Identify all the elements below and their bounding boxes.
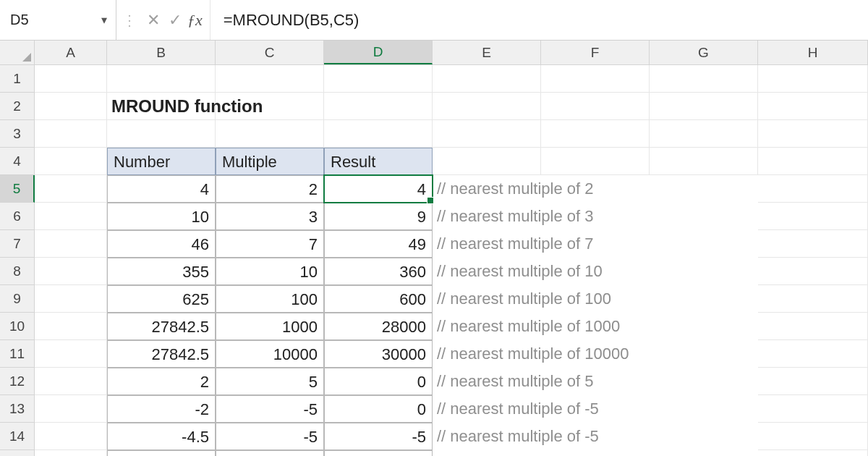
table-cell-multiple[interactable]: -5 — [216, 423, 324, 450]
cell[interactable] — [433, 93, 541, 120]
table-cell-result[interactable]: 49 — [324, 230, 433, 258]
comment-cell[interactable]: // nearest multiple of 10 — [433, 258, 541, 285]
row-header[interactable]: 1 — [0, 65, 35, 93]
cell[interactable] — [541, 65, 650, 93]
formula-input[interactable] — [210, 11, 868, 30]
table-cell-result[interactable]: 30000 — [324, 340, 433, 368]
table-cell-multiple[interactable]: 7 — [216, 230, 324, 258]
cell[interactable] — [107, 120, 216, 148]
cell[interactable] — [541, 120, 650, 148]
table-header-number[interactable]: Number — [107, 148, 216, 175]
table-cell-result[interactable]: -10 — [324, 450, 433, 456]
comment-cell[interactable]: // nearest multiple of -5 — [433, 423, 541, 450]
row-header[interactable]: 7 — [0, 230, 35, 258]
name-box[interactable] — [10, 12, 95, 28]
table-cell-multiple[interactable]: 3 — [216, 203, 324, 230]
cell[interactable] — [758, 120, 868, 148]
cell[interactable] — [758, 395, 868, 423]
table-cell-result[interactable]: 0 — [324, 368, 433, 395]
select-all-corner[interactable] — [0, 41, 35, 64]
cell[interactable] — [758, 148, 868, 175]
table-cell-result[interactable]: 28000 — [324, 313, 433, 340]
table-header-multiple[interactable]: Multiple — [216, 148, 324, 175]
cell[interactable] — [216, 93, 324, 120]
cell[interactable] — [758, 340, 868, 368]
table-cell-number[interactable]: 355 — [107, 258, 216, 285]
table-cell-multiple[interactable]: 10000 — [216, 340, 324, 368]
table-cell-number[interactable]: 46 — [107, 230, 216, 258]
table-cell-number[interactable]: 4 — [107, 175, 216, 203]
cell[interactable] — [324, 93, 433, 120]
comment-cell[interactable]: // nearest multiple of -10 — [433, 450, 541, 456]
cell[interactable] — [541, 285, 650, 313]
cell[interactable] — [541, 395, 650, 423]
cell[interactable] — [758, 285, 868, 313]
table-cell-result[interactable]: 4 — [324, 175, 433, 203]
comment-cell[interactable]: // nearest multiple of 100 — [433, 285, 541, 313]
col-header-C[interactable]: C — [216, 41, 324, 64]
table-cell-result[interactable]: 600 — [324, 285, 433, 313]
row-header[interactable]: 10 — [0, 313, 35, 340]
cell[interactable] — [758, 175, 868, 203]
table-cell-result[interactable]: -5 — [324, 423, 433, 450]
comment-cell[interactable]: // nearest multiple of 2 — [433, 175, 541, 203]
cell[interactable] — [650, 450, 758, 456]
col-header-B[interactable]: B — [107, 41, 216, 64]
name-box-dropdown-icon[interactable]: ▾ — [95, 13, 113, 27]
cell[interactable] — [758, 423, 868, 450]
row-header[interactable]: 12 — [0, 368, 35, 395]
comment-cell[interactable]: // nearest multiple of -5 — [433, 395, 541, 423]
table-cell-multiple[interactable]: -5 — [216, 395, 324, 423]
row-header[interactable]: 14 — [0, 423, 35, 450]
cell[interactable] — [758, 93, 868, 120]
cell[interactable] — [216, 120, 324, 148]
cell[interactable] — [35, 395, 107, 423]
row-header[interactable]: 2 — [0, 93, 35, 120]
cell[interactable] — [35, 313, 107, 340]
table-cell-number[interactable]: 2 — [107, 368, 216, 395]
row-header[interactable]: 13 — [0, 395, 35, 423]
col-header-H[interactable]: H — [758, 41, 868, 64]
cell[interactable] — [433, 148, 541, 175]
cell[interactable] — [541, 423, 650, 450]
cell[interactable] — [541, 450, 650, 456]
cell[interactable] — [650, 423, 758, 450]
cell[interactable] — [758, 65, 868, 93]
cell[interactable] — [758, 368, 868, 395]
cell[interactable] — [35, 120, 107, 148]
cell[interactable] — [541, 203, 650, 230]
row-header[interactable]: 5 — [0, 175, 35, 203]
cell[interactable] — [541, 368, 650, 395]
cell[interactable] — [324, 65, 433, 93]
cell[interactable] — [541, 340, 650, 368]
comment-cell[interactable]: // nearest multiple of 10000 — [433, 340, 541, 368]
table-cell-number[interactable]: -4.5 — [107, 423, 216, 450]
cell[interactable] — [650, 65, 758, 93]
cell[interactable] — [758, 258, 868, 285]
cell[interactable] — [758, 203, 868, 230]
cell[interactable] — [758, 230, 868, 258]
cell[interactable] — [650, 120, 758, 148]
cancel-icon[interactable]: ✕ — [142, 11, 164, 30]
cell[interactable] — [35, 65, 107, 93]
cell[interactable] — [541, 258, 650, 285]
comment-cell[interactable]: // nearest multiple of 1000 — [433, 313, 541, 340]
row-header[interactable]: 8 — [0, 258, 35, 285]
comment-cell[interactable]: // nearest multiple of 3 — [433, 203, 541, 230]
cell[interactable] — [35, 148, 107, 175]
enter-icon[interactable]: ✓ — [164, 11, 186, 30]
cell[interactable] — [650, 258, 758, 285]
table-cell-multiple[interactable]: 10 — [216, 258, 324, 285]
cell[interactable] — [35, 285, 107, 313]
table-cell-number[interactable]: 27842.5 — [107, 340, 216, 368]
table-cell-number[interactable]: 625 — [107, 285, 216, 313]
cell[interactable] — [541, 93, 650, 120]
row-header[interactable]: 4 — [0, 148, 35, 175]
cell[interactable] — [650, 340, 758, 368]
cell[interactable] — [35, 258, 107, 285]
cell[interactable] — [650, 148, 758, 175]
cell[interactable] — [541, 313, 650, 340]
table-cell-result[interactable]: 9 — [324, 203, 433, 230]
cell[interactable] — [324, 120, 433, 148]
table-cell-multiple[interactable]: 1000 — [216, 313, 324, 340]
